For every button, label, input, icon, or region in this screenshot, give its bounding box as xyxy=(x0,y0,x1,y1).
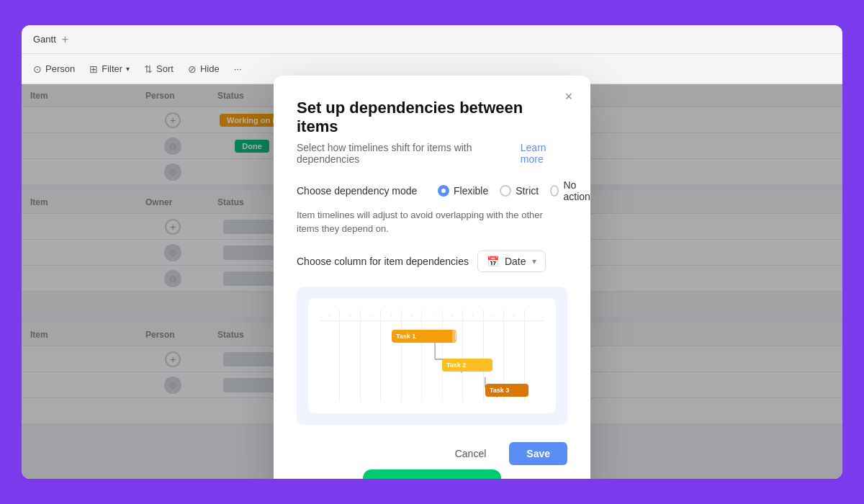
column-selector-row: Choose column for item dependencies 📅 Da… xyxy=(297,251,567,272)
toolbar-hide-label: Hide xyxy=(200,63,220,74)
tab-gantt[interactable]: Gantt xyxy=(33,34,56,45)
content-area: Item Person Status + Working on it xyxy=(22,84,842,479)
toolbar-more[interactable]: ··· xyxy=(234,63,242,74)
tab-add-button[interactable]: + xyxy=(62,33,68,46)
modal-footer: Cancel Save xyxy=(297,442,567,465)
modal-title: Set up dependencies between items xyxy=(297,99,567,136)
radio-no-action[interactable]: No action xyxy=(550,179,593,202)
hide-icon: ⊘ xyxy=(188,63,197,75)
column-dropdown-value: Date xyxy=(505,256,526,267)
preview-task-1: Task 1 xyxy=(392,330,456,343)
person-icon: ⊙ xyxy=(33,63,42,75)
toolbar-person[interactable]: ⊙ Person xyxy=(33,63,75,75)
modal-close-button[interactable]: × xyxy=(559,87,579,107)
toolbar-person-label: Person xyxy=(45,63,75,74)
monday-logo-text: monday.com xyxy=(396,477,484,479)
sort-icon: ⇅ xyxy=(144,63,153,75)
radio-flexible-label: Flexible xyxy=(454,185,488,197)
dependency-mode-label: Choose dependency mode xyxy=(297,185,426,197)
preview-task-2: Task 2 xyxy=(442,359,492,372)
save-button[interactable]: Save xyxy=(509,442,567,465)
toolbar-sort-label: Sort xyxy=(156,63,174,74)
column-selector-label: Choose column for item dependencies xyxy=(297,256,469,267)
radio-strict-label: Strict xyxy=(516,185,539,197)
radio-group: Flexible Strict No action xyxy=(438,179,593,202)
radio-strict-circle xyxy=(500,185,511,197)
filter-chevron-icon: ▾ xyxy=(126,65,130,73)
top-bar: Gantt + xyxy=(22,25,842,54)
column-dropdown[interactable]: 📅 Date ▾ xyxy=(477,251,546,272)
gantt-preview-inner: - - - - - - - - - - xyxy=(308,298,556,413)
filter-icon: ⊞ xyxy=(89,63,98,75)
close-icon: × xyxy=(565,89,573,104)
toolbar-filter-label: Filter xyxy=(102,63,122,74)
monday-badge: monday.com xyxy=(363,469,501,479)
cancel-button[interactable]: Cancel xyxy=(441,442,501,465)
learn-more-link[interactable]: Learn more xyxy=(521,142,567,165)
radio-no-action-circle xyxy=(550,185,559,197)
mode-description: Item timelines will adjust to avoid over… xyxy=(297,208,567,236)
more-icon: ··· xyxy=(234,63,242,74)
modal-subtitle: Select how timelines shift for items wit… xyxy=(297,142,567,165)
toolbar-hide[interactable]: ⊘ Hide xyxy=(188,63,220,75)
preview-task-3: Task 3 xyxy=(485,384,528,397)
modal-subtitle-text: Select how timelines shift for items wit… xyxy=(297,142,516,165)
toolbar-sort[interactable]: ⇅ Sort xyxy=(144,63,174,75)
radio-strict[interactable]: Strict xyxy=(500,185,539,197)
calendar-icon: 📅 xyxy=(487,256,499,267)
app-window: Gantt + ⊙ Person ⊞ Filter ▾ ⇅ Sort ⊘ Hid… xyxy=(22,25,842,479)
gantt-preview: - - - - - - - - - - xyxy=(297,287,567,425)
dependency-mode-row: Choose dependency mode Flexible Strict xyxy=(297,179,567,202)
dropdown-chevron-icon: ▾ xyxy=(532,256,536,266)
radio-flexible[interactable]: Flexible xyxy=(438,185,488,197)
toolbar-filter[interactable]: ⊞ Filter ▾ xyxy=(89,63,130,75)
modal-overlay: × Set up dependencies between items Sele… xyxy=(22,84,842,479)
dependencies-modal: × Set up dependencies between items Sele… xyxy=(274,76,590,480)
radio-flexible-circle xyxy=(438,185,449,197)
radio-no-action-label: No action xyxy=(563,179,593,202)
